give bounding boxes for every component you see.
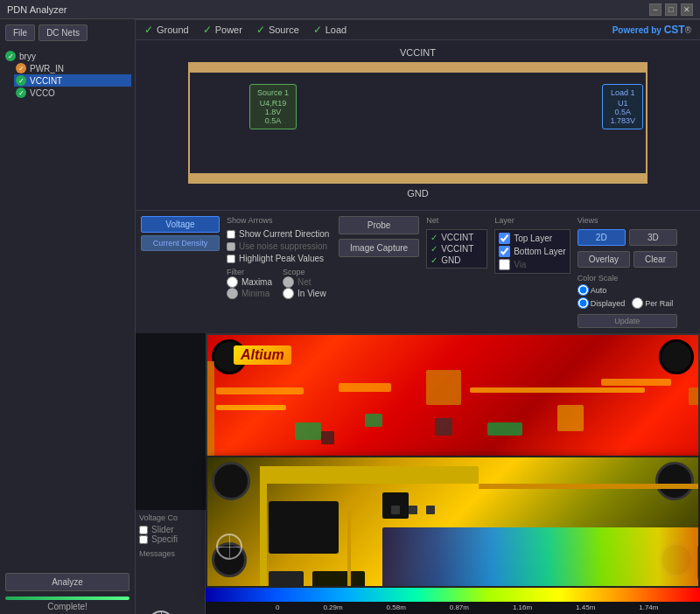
net-item-2[interactable]: ✓ GND [430, 255, 483, 266]
ground-check-icon: ✓ [144, 24, 153, 36]
close-button[interactable]: ✕ [681, 3, 693, 16]
clear-button[interactable]: Clear [634, 251, 677, 268]
scale-labels: 0 0.29m 0.58m 0.87m 1.16m 1.45m 1.74m 2.… [276, 602, 700, 613]
net-item-0[interactable]: ✓ VCCINT [430, 232, 483, 243]
top-rail [188, 62, 648, 73]
displayed-label: Displayed [591, 299, 626, 308]
source-box: Source 1 U4,R19 1.8V 0.5A [249, 84, 297, 129]
svg-rect-5 [557, 405, 584, 431]
svg-rect-29 [426, 506, 435, 514]
show-current-direction-row: Show Current Direction [227, 229, 332, 239]
power-check-icon: ✓ [203, 24, 212, 36]
in-view-radio[interactable] [283, 288, 294, 299]
pcb-area: Voltage Co Slider Specifi Messages [136, 333, 700, 614]
bottom-rail-label: GND [136, 188, 700, 199]
scale-6: 1.74m [639, 604, 658, 611]
color-scale-bar: 0 0.29m 0.58m 0.87m 1.16m 1.45m 1.74m 2.… [206, 588, 700, 614]
highlight-peak-checkbox[interactable] [227, 255, 235, 263]
2d-button[interactable]: 2D [578, 229, 626, 246]
filter-scope-row: Filter Maxima Minima Scope [227, 268, 332, 299]
per-rail-radio[interactable] [632, 297, 643, 309]
layer-bottom-checkbox[interactable] [499, 246, 510, 257]
load-current: 0.5A [610, 108, 635, 116]
left-controls-panel: Voltage Co Slider Specifi Messages [136, 510, 206, 614]
tree-item-pwr-in[interactable]: ✓ PWR_IN [14, 62, 131, 74]
analyze-button[interactable]: Analyze [5, 573, 130, 591]
auto-radio[interactable] [578, 284, 589, 296]
layer-via-label: Via [514, 260, 526, 269]
crosshair-icon-2 [148, 611, 174, 614]
svg-rect-12 [321, 431, 334, 444]
specifi-checkbox[interactable] [139, 535, 148, 544]
powered-by-brand: CST [664, 24, 685, 36]
top-rail-label: VCCINT [136, 47, 700, 58]
tree-root[interactable]: ✓ bryy [4, 50, 131, 62]
layer-via[interactable]: Via [499, 258, 565, 271]
in-view-label: In View [298, 289, 326, 298]
voltage-co-label: Voltage Co [139, 513, 201, 522]
pcb-crosshair [216, 534, 242, 560]
tree-item-vcco[interactable]: ✓ VCCO [14, 87, 131, 99]
color-scale-area: Color Scale Auto Displayed [578, 274, 677, 309]
per-rail-radio-row: Per Rail [632, 297, 673, 309]
minimize-button[interactable]: – [649, 3, 662, 16]
layer-top-checkbox[interactable] [499, 233, 510, 244]
noise-suppression-row: Use noise suppression [227, 241, 332, 251]
filter-label: Filter [227, 268, 272, 276]
probe-button[interactable]: Probe [339, 216, 419, 234]
check-icon-root: ✓ [5, 51, 16, 61]
layer-group-title: Layer [494, 216, 570, 225]
bottom-rail [188, 173, 648, 184]
messages-label: Messages [139, 549, 201, 558]
sidebar: File DC Nets ✓ bryy ✓ PWR_IN ✓ VCCINT ✓ … [0, 19, 136, 614]
net-list: ✓ VCCINT ✓ VCCINT ✓ GND [426, 229, 487, 269]
current-density-button[interactable]: Current Density [141, 235, 220, 251]
powered-by-text: Powered by [612, 25, 662, 35]
legend-ground: ✓ Ground [144, 24, 189, 36]
maxima-radio[interactable] [227, 276, 238, 288]
show-current-direction-label: Show Current Direction [239, 229, 329, 239]
filter-group: Filter Maxima Minima [227, 268, 272, 299]
svg-rect-30 [697, 545, 698, 580]
dc-nets-button[interactable]: DC Nets [38, 24, 88, 41]
complete-text: Complete! [0, 602, 135, 614]
net-label-0: VCCINT [441, 233, 473, 242]
legend-load-label: Load [326, 24, 346, 35]
svg-rect-20 [269, 501, 339, 554]
displayed-radio[interactable] [578, 297, 589, 309]
net-label: Net [298, 277, 312, 287]
window-controls[interactable]: – □ ✕ [649, 3, 693, 16]
load-component: U1 [610, 99, 635, 108]
legend-ground-label: Ground [157, 24, 189, 35]
svg-rect-11 [487, 422, 522, 436]
noise-suppression-label: Use noise suppression [239, 241, 327, 251]
layer-via-checkbox[interactable] [499, 259, 510, 270]
file-button[interactable]: File [5, 24, 35, 41]
svg-rect-2 [339, 383, 391, 392]
svg-rect-9 [295, 422, 321, 440]
legend-source-label: Source [269, 24, 299, 35]
update-button[interactable]: Update [578, 314, 677, 328]
slider-checkbox[interactable] [139, 526, 148, 534]
app-title: PDN Analyzer [7, 4, 66, 15]
color-scale-controls: Auto [578, 284, 677, 296]
layer-bottom[interactable]: Bottom Layer [499, 245, 565, 258]
show-current-direction-checkbox[interactable] [227, 230, 235, 239]
load-box: Load 1 U1 0.5A 1.783V [602, 84, 643, 129]
maximize-button[interactable]: □ [665, 3, 677, 16]
layer-top[interactable]: Top Layer [499, 232, 565, 245]
net-group: Net ✓ VCCINT ✓ VCCINT ✓ GND [426, 216, 487, 328]
net-item-1[interactable]: ✓ VCCINT [430, 243, 483, 255]
title-bar: PDN Analyzer – □ ✕ [0, 0, 700, 19]
voltage-button[interactable]: Voltage [141, 216, 220, 233]
2d-3d-row: 2D 3D [578, 229, 677, 246]
tree-item-vccint[interactable]: ✓ VCCINT [14, 74, 131, 87]
net-check-0: ✓ [430, 233, 438, 242]
net-label-1: VCCINT [441, 244, 473, 254]
image-capture-button[interactable]: Image Capture [339, 239, 419, 257]
overlay-button[interactable]: Overlay [578, 251, 630, 268]
check-icon-vccint: ✓ [16, 75, 26, 86]
3d-button[interactable]: 3D [629, 229, 677, 246]
source-check-icon: ✓ [256, 24, 265, 36]
left-vertical-line [188, 62, 190, 184]
